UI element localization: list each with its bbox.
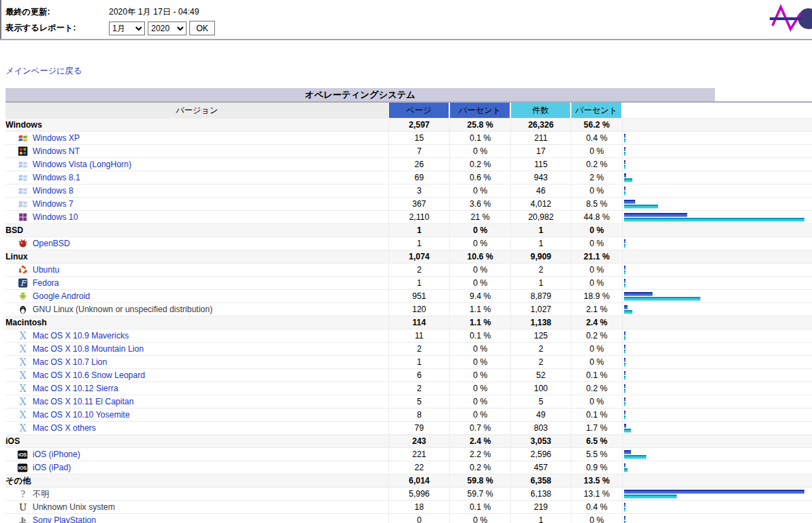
hits-bar [624, 152, 625, 156]
os-link[interactable]: iOS (iPad) [33, 461, 71, 474]
os-row: XMac OS X 10.6 Snow Leopard60 %520.1 % [6, 368, 812, 381]
os-link[interactable]: Windows Vista (LongHorn) [33, 158, 132, 171]
svg-text:X: X [19, 410, 26, 420]
pages-cell: 69 [388, 171, 449, 184]
pages-percent-cell: 1.1 % [449, 303, 510, 316]
macosx-icon: X [17, 331, 28, 341]
pages-bar [624, 266, 625, 270]
os-table-body: Windows2,59725.8 %26,32656.2 %Windows XP… [6, 118, 812, 523]
os-row: iOSiOS (iPad)220.2 %4570.9 % [6, 461, 812, 474]
os-link[interactable]: Windows NT [33, 145, 80, 157]
pages-cell: 0 [388, 514, 449, 523]
pages-bar [624, 305, 628, 309]
version-column-header: バージョン [6, 103, 388, 118]
pages-bar [624, 516, 625, 520]
os-link[interactable]: OpenBSD [33, 237, 70, 250]
os-link[interactable]: Ubuntu [33, 264, 60, 276]
pages-cell: 3 [388, 185, 449, 197]
os-link[interactable]: Windows 8 [33, 185, 74, 197]
os-row: Windows 102,11021 %20,98244.8 % [6, 210, 812, 223]
hits-bar [624, 508, 625, 512]
name-cell: XMac OS X others [6, 422, 388, 434]
hits-bar [624, 389, 625, 393]
macosx-icon: X [17, 357, 28, 367]
svg-text:X: X [19, 370, 26, 380]
windows-xp-icon [17, 133, 28, 143]
pages-percent-cell: 0 % [449, 343, 510, 355]
hits-percent-cell: 5.5 % [571, 448, 622, 461]
bar-cell [622, 382, 812, 395]
os-link[interactable]: Windows 8.1 [33, 171, 80, 184]
os-section-row: Linux1,07410.6 %9,90921.1 % [6, 250, 812, 263]
awstats-logo[interactable] [769, 0, 812, 37]
pages-cell: 367 [388, 198, 449, 210]
hits-cell: 100 [510, 382, 571, 395]
ok-button[interactable]: OK [189, 21, 215, 35]
section-hits: 1 [510, 224, 571, 237]
bar-cell [622, 501, 812, 513]
os-link[interactable]: Mac OS X 10.6 Snow Leopard [33, 369, 145, 381]
os-link[interactable]: Mac OS X 10.12 Sierra [33, 382, 118, 395]
os-link[interactable]: Fedora [33, 277, 59, 289]
hits-percent-cell: 0.1 % [571, 409, 622, 421]
pages-percent-cell: 0.1 % [449, 501, 510, 513]
name-cell: OpenBSD [6, 237, 388, 250]
os-report-table: オペレーティングシステム バージョン ページ パーセント 件数 パーセント Wi… [6, 88, 812, 523]
back-to-main-link[interactable]: メインページに戻る [6, 66, 82, 76]
os-link[interactable]: Mac OS X 10.8 Mountain Lion [33, 343, 144, 355]
os-link[interactable]: Sony PlayStation [33, 514, 96, 523]
hits-bar [624, 178, 632, 182]
os-row: Windows XP150.1 %2110.4 % [6, 131, 812, 144]
svg-text:U: U [19, 502, 26, 512]
pages-percent-cell: 59.7 % [449, 488, 510, 500]
hits-percent-cell: 0 % [571, 145, 622, 157]
name-cell: Windows 8 [6, 185, 388, 197]
pages-percent-cell: 0 % [449, 277, 510, 289]
os-link[interactable]: Mac OS X 10.11 El Capitan [33, 395, 134, 408]
hits-cell: 17 [510, 145, 571, 157]
os-link[interactable]: Mac OS X 10.9 Mavericks [33, 329, 129, 342]
os-link[interactable]: Mac OS X others [33, 422, 96, 434]
hits-percent-cell: 2 % [571, 171, 622, 184]
os-link[interactable]: iOS (iPhone) [33, 448, 80, 461]
bar-cell [622, 290, 812, 302]
hits-cell: 5 [510, 395, 571, 408]
os-row: FFedora10 %10 % [6, 276, 812, 289]
hits-bar [624, 495, 677, 499]
section-pages: 1 [388, 224, 449, 237]
pages-percent-cell: 9.4 % [449, 290, 510, 302]
name-cell: XMac OS X 10.9 Mavericks [6, 329, 388, 342]
os-name: 不明 [33, 488, 49, 500]
windows-nt-icon [17, 146, 28, 156]
name-cell: Windows Vista (LongHorn) [6, 158, 388, 171]
hits-cell: 20,982 [510, 211, 571, 223]
pages-percent-cell: 0.7 % [449, 422, 510, 434]
section-bar-cell [622, 316, 812, 329]
bar-cell [622, 422, 812, 434]
section-bar-cell [622, 474, 812, 487]
year-select[interactable]: 2020 [148, 22, 187, 35]
svg-text:X: X [19, 357, 26, 367]
pages-bar [624, 450, 631, 454]
os-row: Sony PlayStation00 %10 % [6, 513, 812, 523]
os-link[interactable]: Windows XP [33, 132, 80, 144]
name-cell: iOSiOS (iPhone) [6, 448, 388, 461]
hits-percent-cell: 0.9 % [571, 461, 622, 474]
os-link[interactable]: Windows 10 [33, 211, 78, 223]
bar-cell [622, 237, 812, 250]
pages-column-header: ページ [389, 103, 449, 118]
bar-cell [622, 303, 812, 316]
month-select[interactable]: 1月 [109, 22, 145, 35]
bar-cell [622, 461, 812, 474]
os-link[interactable]: Mac OS X 10.10 Yosemite [33, 409, 130, 421]
svg-text:X: X [19, 423, 26, 433]
hits-bar [624, 336, 625, 341]
pages-bar [624, 411, 625, 415]
section-hits: 1,138 [510, 316, 571, 329]
os-link[interactable]: Mac OS X 10.7 Lion [33, 356, 107, 368]
os-row: Windows 73673.6 %4,0128.5 % [6, 197, 812, 210]
macosx-icon: X [17, 370, 28, 380]
os-link[interactable]: Windows 7 [33, 198, 74, 210]
os-link[interactable]: Google Android [33, 290, 90, 302]
pages-bar [624, 147, 625, 151]
